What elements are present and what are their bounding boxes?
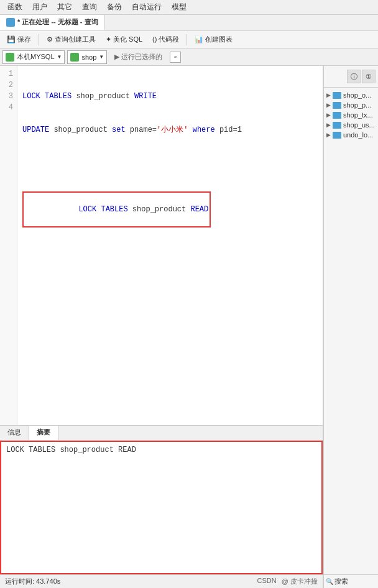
query-tool-label: 查询创建工具 <box>55 35 96 44</box>
sidebar-top-icons: ⓘ ① <box>324 66 378 88</box>
folder-icon-4 <box>333 122 341 129</box>
create-chart-label: 创建图表 <box>205 35 233 44</box>
tree-item-shop-p[interactable]: ▶ shop_p... <box>325 100 377 110</box>
tree-item-shop-tx[interactable]: ▶ shop_tx... <box>325 110 377 120</box>
expand-button[interactable]: » <box>170 52 181 63</box>
tree-expand-1: ▶ <box>326 92 333 98</box>
menu-bar: 函数 用户 其它 查询 备份 自动运行 模型 <box>0 0 378 15</box>
status-right: CSDN @ 皮卡冲撞 <box>257 577 318 586</box>
create-chart-button[interactable]: 📊 创建图表 <box>190 33 237 46</box>
tree-label-5: undo_lo... <box>343 131 373 139</box>
runtime-label: 运行时间: 43.740s <box>5 577 60 586</box>
query-tool-icon: ⚙ <box>47 35 53 44</box>
folder-icon-5 <box>333 132 341 139</box>
table-name-2: shop_product <box>53 124 112 136</box>
tab-info[interactable]: 信息 <box>0 426 29 440</box>
right-sidebar: ⓘ ① ▶ shop_o... ▶ shop_p... ▶ shop_tx...… <box>323 66 378 588</box>
sidebar-tree: ▶ shop_o... ▶ shop_p... ▶ shop_tx... ▶ s… <box>324 88 378 574</box>
menu-other[interactable]: 其它 <box>52 1 77 14</box>
tree-expand-5: ▶ <box>326 132 333 138</box>
database-label: shop <box>81 53 96 61</box>
main-layout: 1 2 3 4 LOCK TABLES shop_product WRITE U… <box>0 66 378 588</box>
menu-backup[interactable]: 备份 <box>102 1 127 14</box>
folder-icon-1 <box>333 92 341 99</box>
toolbar-separator-1 <box>39 34 39 45</box>
code-line-3 <box>22 158 318 169</box>
tab-query-label: * 正在处理 -- 无标题 - 查询 <box>17 17 98 27</box>
connection-dropdown-arrow: ▼ <box>57 54 62 60</box>
search-label: 搜索 <box>334 577 348 586</box>
beautify-label: 美化 SQL <box>113 35 142 44</box>
code-content[interactable]: LOCK TABLES shop_product WRITE UPDATE sh… <box>17 66 323 425</box>
tree-item-shop-us[interactable]: ▶ shop_us... <box>325 120 377 130</box>
code-segment-label: () 代码段 <box>152 35 179 44</box>
beautify-icon: ✦ <box>106 35 111 44</box>
menu-functions[interactable]: 函数 <box>2 1 27 14</box>
table-name-1: shop_product <box>76 91 134 102</box>
folder-icon-3 <box>333 112 341 119</box>
search-icon: 🔍 <box>326 578 333 585</box>
bottom-tabs: 信息 摘要 <box>0 426 323 441</box>
status-left: 运行时间: 43.740s <box>5 577 60 586</box>
run-selected-button[interactable]: ▶ 运行已选择的 <box>109 51 167 63</box>
connection-dropdown[interactable]: 本机MYSQL ▼ <box>2 50 65 64</box>
database-dropdown[interactable]: shop ▼ <box>67 50 107 64</box>
tab-summary[interactable]: 摘要 <box>29 426 58 440</box>
menu-users[interactable]: 用户 <box>27 1 52 14</box>
menu-query[interactable]: 查询 <box>77 1 102 14</box>
info-icon-btn[interactable]: ⓘ <box>347 70 361 83</box>
save-label: 保存 <box>17 35 31 44</box>
folder-icon-2 <box>333 102 341 109</box>
editor-area: 1 2 3 4 LOCK TABLES shop_product WRITE U… <box>0 66 323 588</box>
connection-label: 本机MYSQL <box>17 52 55 62</box>
connection-bar: 本机MYSQL ▼ shop ▼ ▶ 运行已选择的 » <box>0 48 378 66</box>
beautify-button[interactable]: ✦ 美化 SQL <box>101 33 147 46</box>
tree-expand-4: ▶ <box>326 122 333 128</box>
query-tool-button[interactable]: ⚙ 查询创建工具 <box>42 33 100 46</box>
keyword-where: where <box>193 124 219 136</box>
tab-bar: * 正在处理 -- 无标题 - 查询 <box>0 15 378 31</box>
create-chart-icon: 📊 <box>195 35 203 44</box>
bottom-content-area[interactable]: LOCK TABLES shop_product READ <box>0 441 323 574</box>
menu-model[interactable]: 模型 <box>167 1 191 14</box>
string-value: '小小米' <box>157 124 188 136</box>
toolbar-separator-2 <box>187 34 187 45</box>
line-num-4: 4 <box>4 102 13 113</box>
save-icon: 💾 <box>7 35 16 44</box>
tree-label-3: shop_tx... <box>343 111 373 119</box>
keyword-lock-1: LOCK TABLES <box>22 91 76 102</box>
table-icon <box>70 53 79 62</box>
code-line-4: LOCK TABLES shop_product READ <box>22 191 318 227</box>
database-dropdown-arrow: ▼ <box>99 54 104 60</box>
run-selected-label: 运行已选择的 <box>121 52 162 62</box>
query-tab-icon <box>6 18 15 27</box>
tab-query[interactable]: * 正在处理 -- 无标题 - 查询 <box>0 15 105 30</box>
keyword-lock-4: LOCK TABLES <box>78 205 132 214</box>
bottom-panel: 信息 摘要 LOCK TABLES shop_product READ <box>0 425 323 574</box>
keyword-set: set <box>112 124 130 136</box>
toolbar: 💾 保存 ⚙ 查询创建工具 ✦ 美化 SQL () 代码段 📊 创建图表 <box>0 31 378 48</box>
sidebar-search: 🔍 搜索 <box>324 574 378 588</box>
save-button[interactable]: 💾 保存 <box>2 33 35 46</box>
circle-1-btn[interactable]: ① <box>362 70 376 83</box>
run-icon: ▶ <box>114 53 119 61</box>
table-name-4: shop_product <box>132 205 191 214</box>
line-num-1: 1 <box>4 68 13 80</box>
code-segment-button[interactable]: () 代码段 <box>148 33 183 46</box>
tree-item-shop-o[interactable]: ▶ shop_o... <box>325 90 377 100</box>
line-num-2: 2 <box>4 80 13 91</box>
tree-item-undo-lo[interactable]: ▶ undo_lo... <box>325 130 377 140</box>
db-icon <box>6 53 14 62</box>
highlighted-sql: LOCK TABLES shop_product READ <box>22 191 211 227</box>
menu-autorun[interactable]: 自动运行 <box>127 1 167 14</box>
tree-label-1: shop_o... <box>343 91 371 99</box>
code-editor[interactable]: 1 2 3 4 LOCK TABLES shop_product WRITE U… <box>0 66 323 425</box>
author-watermark: @ 皮卡冲撞 <box>282 577 318 586</box>
keyword-update: UPDATE <box>22 124 53 136</box>
keyword-write: WRITE <box>134 91 157 102</box>
tree-expand-2: ▶ <box>326 102 333 108</box>
pid-clause: pid=1 <box>219 124 242 136</box>
keyword-read: READ <box>190 205 208 214</box>
line-numbers: 1 2 3 4 <box>0 66 17 425</box>
tree-label-4: shop_us... <box>343 121 375 129</box>
